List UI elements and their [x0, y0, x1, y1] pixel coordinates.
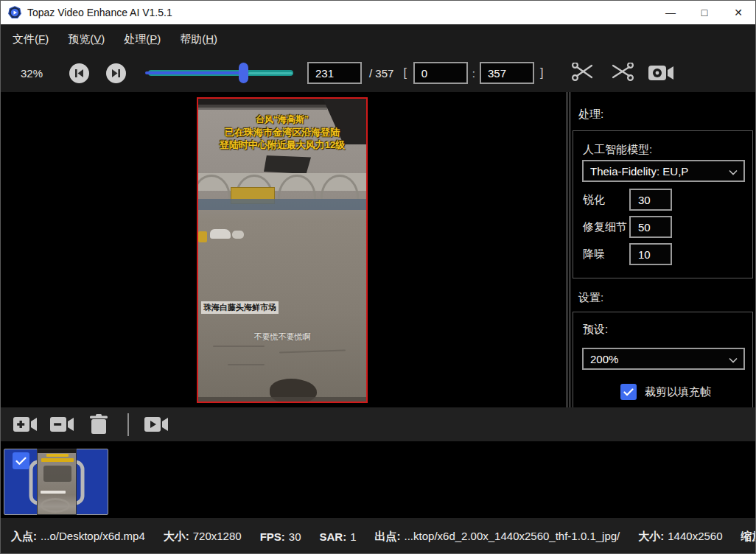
- status-sar: SAR:1: [320, 530, 357, 543]
- video-location-label: 珠海白藤头海鲜市场: [201, 301, 279, 314]
- status-in-point: 入点:...o/Desktop/x6d.mp4: [11, 530, 145, 544]
- range-bracket-close: ]: [540, 66, 543, 80]
- process-group: 人工智能模型: Theia-Fidelity: EU,P 锐化 修复细节 降噪: [573, 130, 753, 278]
- process-heading: 处理:: [578, 108, 603, 122]
- status-scale: 缩放:200%: [741, 530, 756, 544]
- camera-plus-icon: [13, 415, 38, 434]
- range-end-input[interactable]: [480, 62, 534, 84]
- split-scissors-icon: [610, 63, 634, 83]
- video-thumbnail-item[interactable]: [4, 449, 108, 515]
- denoise-label: 降噪: [583, 248, 629, 262]
- video-overlay-line1: 台风“海高斯”: [198, 113, 366, 126]
- chevron-down-icon: [729, 165, 738, 178]
- video-flooded-car: [210, 229, 231, 239]
- denoise-row: 降噪: [583, 243, 745, 265]
- menu-file[interactable]: 文件(F): [11, 29, 50, 49]
- crop-to-fill-label: 裁剪以填充帧: [645, 385, 711, 399]
- skip-start-icon: [74, 69, 84, 78]
- skip-to-start-button[interactable]: [69, 63, 89, 83]
- range-separator: :: [472, 67, 475, 80]
- current-frame-input[interactable]: [307, 62, 362, 84]
- timeline-slider[interactable]: [145, 63, 296, 83]
- trim-button[interactable]: [571, 63, 595, 83]
- video-top-line: [198, 105, 327, 110]
- filmstrip: [1, 441, 755, 518]
- minimize-button[interactable]: —: [654, 1, 687, 24]
- trim-scissors-icon: [571, 63, 595, 83]
- chevron-down-icon: [729, 353, 738, 365]
- video-preview: 台风“海高斯” 已在珠海市金湾区沿海登陆 登陆时中心附近最大风力12级 珠海白藤…: [197, 97, 368, 403]
- ai-model-label: 人工智能模型:: [583, 143, 652, 157]
- preset-value: 200%: [590, 353, 618, 365]
- camera-minus-icon: [49, 415, 74, 434]
- check-icon: [623, 388, 634, 396]
- video-caption: 不要慌不要慌啊: [198, 332, 366, 343]
- total-frames-label: / 357: [369, 67, 393, 80]
- menubar: 文件(F) 预览(V) 处理(P) 帮助(H): [1, 24, 755, 54]
- crop-to-fill-checkbox[interactable]: [620, 384, 637, 400]
- settings-group: 预设: 200% 裁剪以填充帧: [573, 312, 753, 407]
- status-fps: FPS:30: [260, 530, 301, 543]
- denoise-input[interactable]: [629, 243, 672, 265]
- skip-to-end-button[interactable]: [106, 63, 126, 83]
- sharpen-label: 锐化: [583, 193, 629, 207]
- clipbar-separator: [127, 413, 129, 436]
- video-overlay-line2: 已在珠海市金湾区沿海登陆: [198, 126, 366, 139]
- restore-detail-input[interactable]: [629, 216, 672, 238]
- status-input-size: 大小:720x1280: [164, 530, 242, 544]
- video-barrier: [198, 199, 366, 210]
- slider-progress: [145, 71, 243, 74]
- status-output-size: 大小:1440x2560: [638, 530, 722, 544]
- slider-handle[interactable]: [239, 63, 248, 83]
- zoom-percent-label: 32%: [21, 67, 47, 80]
- camera-play-icon: [144, 415, 169, 434]
- video-yellow-debris: [198, 231, 207, 242]
- check-icon: [15, 457, 27, 466]
- clip-toolbar: [1, 407, 755, 441]
- sharpen-input[interactable]: [629, 189, 672, 211]
- video-overlay-line3: 登陆时中心附近最大风力12级: [198, 138, 366, 152]
- menu-help[interactable]: 帮助(H): [178, 29, 219, 49]
- preset-dropdown[interactable]: 200%: [582, 348, 745, 370]
- main-area: 台风“海高斯” 已在珠海市金湾区沿海登陆 登陆时中心附近最大风力12级 珠海白藤…: [1, 92, 755, 407]
- video-shoreline: [198, 397, 366, 403]
- slider-remaining: [248, 72, 293, 74]
- add-video-button[interactable]: [13, 415, 38, 437]
- ai-model-value: Theia-Fidelity: EU,P: [590, 165, 688, 178]
- thumbnail-image: [37, 449, 77, 515]
- menu-process[interactable]: 处理(P): [122, 29, 162, 49]
- maximize-button[interactable]: □: [687, 1, 721, 24]
- camera-eye-icon: [648, 64, 674, 82]
- preview-render-button[interactable]: [648, 64, 674, 82]
- video-bridge: [198, 173, 366, 191]
- close-button[interactable]: ✕: [721, 1, 755, 24]
- menu-preview[interactable]: 预览(V): [66, 29, 106, 49]
- split-button[interactable]: [610, 63, 634, 83]
- app-logo-icon: [8, 6, 21, 19]
- window-title: Topaz Video Enhance AI V1.5.1: [27, 7, 172, 18]
- skip-end-icon: [111, 69, 121, 78]
- range-start-input[interactable]: [413, 62, 468, 84]
- ai-model-dropdown[interactable]: Theia-Fidelity: EU,P: [582, 160, 745, 182]
- export-video-button[interactable]: [144, 415, 169, 437]
- titlebar: Topaz Video Enhance AI V1.5.1 — □ ✕: [1, 1, 755, 24]
- range-bracket-open: [: [403, 66, 406, 80]
- delete-video-button[interactable]: [89, 413, 108, 438]
- thumbnail-checkbox[interactable]: [13, 452, 29, 469]
- sharpen-row: 锐化: [583, 189, 745, 211]
- restore-detail-label: 修复细节: [583, 220, 629, 234]
- settings-panel: 处理: 人工智能模型: Theia-Fidelity: EU,P 锐化 修复细节: [571, 92, 755, 407]
- statusbar: 入点:...o/Desktop/x6d.mp4 大小:720x1280 FPS:…: [1, 518, 755, 554]
- video-mirror-shape: [264, 155, 311, 174]
- remove-video-button[interactable]: [49, 415, 74, 437]
- window-controls: — □ ✕: [654, 1, 755, 24]
- settings-heading: 设置:: [578, 291, 603, 305]
- app-window: Topaz Video Enhance AI V1.5.1 — □ ✕ 文件(F…: [0, 0, 756, 554]
- video-flooded-car2: [232, 231, 244, 239]
- crop-to-fill-row: 裁剪以填充帧: [620, 384, 711, 400]
- restore-detail-row: 修复细节: [583, 216, 745, 238]
- trash-icon: [89, 413, 108, 435]
- playback-toolbar: 32% / 357 [ : ]: [1, 54, 755, 92]
- preset-label: 预设:: [583, 323, 608, 337]
- status-out-point: 出点:...ktop/x6d_2.00x_1440x2560_thf-1.0.1…: [375, 530, 620, 544]
